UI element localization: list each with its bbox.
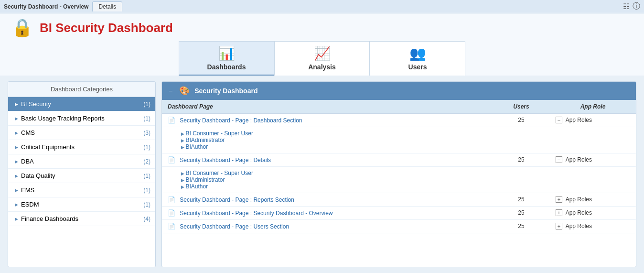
users-cell: 25 [493, 220, 550, 233]
main-content: Dashboard Categories ▶ BI Security (1) ▶… [0, 76, 644, 273]
expand-icon[interactable]: + [556, 209, 562, 216]
help-icon[interactable]: ⓘ [633, 1, 640, 11]
approle-label: App Roles [566, 117, 592, 123]
page-icon: 📄 [168, 196, 175, 203]
page-name[interactable]: Security Dashboard - Page : Dashboard Se… [180, 117, 302, 124]
sidebar-item-data-quality[interactable]: ▶ Data Quality (1) [8, 169, 155, 183]
sidebar-item-label: EMS [21, 186, 143, 194]
page-name[interactable]: Security Dashboard - Page : Details [180, 157, 271, 164]
lock-icon: 🔒 [11, 19, 33, 36]
sidebar-arrow-icon: ▶ [15, 202, 18, 207]
dashboard-table: Dashboard Page Users App Role 📄 Security… [162, 100, 636, 233]
sidebar-arrow-icon: ▶ [15, 217, 18, 221]
tab-dashboards-label: Dashboards [207, 63, 246, 71]
dashboards-icon: 📊 [218, 45, 235, 61]
expand-icon[interactable]: + [556, 223, 562, 229]
col-page: Dashboard Page [162, 100, 493, 114]
top-bar-icons: ☷ ⓘ [623, 1, 640, 11]
collapse-button[interactable]: − [169, 87, 172, 95]
expand-icon[interactable]: − [556, 156, 562, 163]
sidebar-item-count: (2) [143, 158, 150, 165]
sidebar-arrow-icon: ▶ [15, 174, 18, 178]
sidebar-item-count: (1) [143, 187, 150, 194]
role-item[interactable]: BIAdministrator [181, 176, 487, 183]
page-name[interactable]: Security Dashboard - Page : Users Sectio… [180, 223, 289, 230]
page-name[interactable]: Security Dashboard - Page : Reports Sect… [180, 197, 294, 203]
approle-label: App Roles [566, 209, 592, 216]
col-users: Users [493, 100, 550, 114]
approle-label: App Roles [566, 156, 592, 163]
users-cell: 25 [493, 153, 550, 167]
page-icon: 📄 [168, 223, 175, 230]
table-row-roles-2: BI Consumer - Super User BIAdministrator… [162, 167, 636, 193]
top-bar: Security Dashboard - Overview Details ☷ … [0, 0, 644, 13]
sidebar-arrow-icon: ▶ [15, 131, 18, 135]
approle-cell: + App Roles [550, 220, 636, 233]
page-title: BI Security Dashboard [40, 21, 173, 35]
sidebar-arrow-icon: ▶ [15, 188, 18, 193]
approle-cell: + App Roles [550, 193, 636, 207]
sidebar-item-label: Basic Usage Tracking Reports [21, 115, 143, 122]
page-cell: 📄 Security Dashboard - Page : Reports Se… [162, 193, 493, 207]
tab-users[interactable]: 👥 Users [370, 41, 465, 76]
page-name[interactable]: Security Dashboard - Page : Security Das… [180, 210, 333, 217]
sidebar-list: ▶ BI Security (1) ▶ Basic Usage Tracking… [8, 97, 155, 267]
tab-dashboards[interactable]: 📊 Dashboards [179, 41, 274, 76]
role-item[interactable]: BIAuthor [181, 183, 487, 190]
sidebar-item-ems[interactable]: ▶ EMS (1) [8, 183, 155, 197]
sidebar-item-count: (4) [143, 216, 150, 222]
list-icon[interactable]: ☷ [623, 2, 630, 11]
palette-icon: 🎨 [179, 86, 190, 96]
sidebar-body: ▶ BI Security (1) ▶ Basic Usage Tracking… [8, 97, 155, 267]
sidebar-item-cms[interactable]: ▶ CMS (3) [8, 126, 155, 140]
users-icon: 👥 [409, 45, 426, 61]
expand-icon[interactable]: − [556, 117, 562, 123]
page-icon: 📄 [168, 117, 175, 124]
sidebar-item-esdm[interactable]: ▶ ESDM (1) [8, 197, 155, 212]
details-tab[interactable]: Details [92, 1, 122, 11]
analysis-icon: 📈 [314, 45, 331, 61]
role-item[interactable]: BI Consumer - Super User [181, 170, 487, 176]
approle-cell: − App Roles [550, 153, 636, 167]
tab-analysis[interactable]: 📈 Analysis [274, 41, 370, 76]
panel-table: Dashboard Page Users App Role 📄 Security… [162, 100, 636, 267]
page-cell: 📄 Security Dashboard - Page : Details [162, 153, 493, 167]
page-cell: 📄 Security Dashboard - Page : Dashboard … [162, 114, 493, 127]
sidebar-item-dba[interactable]: ▶ DBA (2) [8, 154, 155, 169]
sidebar-arrow-icon: ▶ [15, 102, 18, 107]
sidebar-item-finance-dashboards[interactable]: ▶ Finance Dashboards (4) [8, 212, 155, 226]
sidebar-item-label: CMS [21, 129, 143, 136]
panel-header: − 🎨 Security Dashboard [162, 82, 636, 100]
users-cell: 25 [493, 193, 550, 207]
sidebar-item-label: Data Quality [21, 172, 143, 179]
approle-cell: + App Roles [550, 207, 636, 220]
sidebar-item-basic-usage[interactable]: ▶ Basic Usage Tracking Reports (1) [8, 111, 155, 126]
sidebar-item-count: (3) [143, 130, 150, 136]
sidebar-item-count: (1) [143, 144, 150, 151]
right-panel: − 🎨 Security Dashboard Dashboard Page Us… [161, 81, 636, 267]
table-row: 📄 Security Dashboard - Page : Users Sect… [162, 220, 636, 233]
page-cell: 📄 Security Dashboard - Page : Users Sect… [162, 220, 493, 233]
role-item[interactable]: BIAdministrator [181, 137, 487, 143]
sidebar-item-count: (1) [143, 173, 150, 179]
role-item[interactable]: BI Consumer - Super User [181, 130, 487, 137]
sidebar-item-count: (1) [143, 201, 150, 208]
sidebar-item-critical-equipments[interactable]: ▶ Critical Equipments (1) [8, 140, 155, 154]
expand-icon[interactable]: + [556, 196, 562, 203]
approle-label: App Roles [566, 196, 592, 203]
table-row-roles-1: BI Consumer - Super User BIAdministrator… [162, 127, 636, 153]
role-item[interactable]: BIAuthor [181, 143, 487, 150]
col-approle: App Role [550, 100, 636, 114]
users-cell: 25 [493, 207, 550, 220]
sidebar-item-label: Finance Dashboards [21, 215, 143, 222]
table-row: 📄 Security Dashboard - Page : Reports Se… [162, 193, 636, 207]
panel-title: Security Dashboard [194, 87, 258, 95]
sidebar-arrow-icon: ▶ [15, 145, 18, 150]
sidebar-item-label: DBA [21, 158, 143, 165]
tab-analysis-label: Analysis [308, 63, 336, 71]
sidebar-arrow-icon: ▶ [15, 116, 18, 121]
approle-cell: − App Roles [550, 114, 636, 127]
sidebar-item-label: Critical Equipments [21, 143, 143, 151]
sidebar-item-bi-security[interactable]: ▶ BI Security (1) [8, 97, 155, 111]
table-row: 📄 Security Dashboard - Page : Dashboard … [162, 114, 636, 127]
